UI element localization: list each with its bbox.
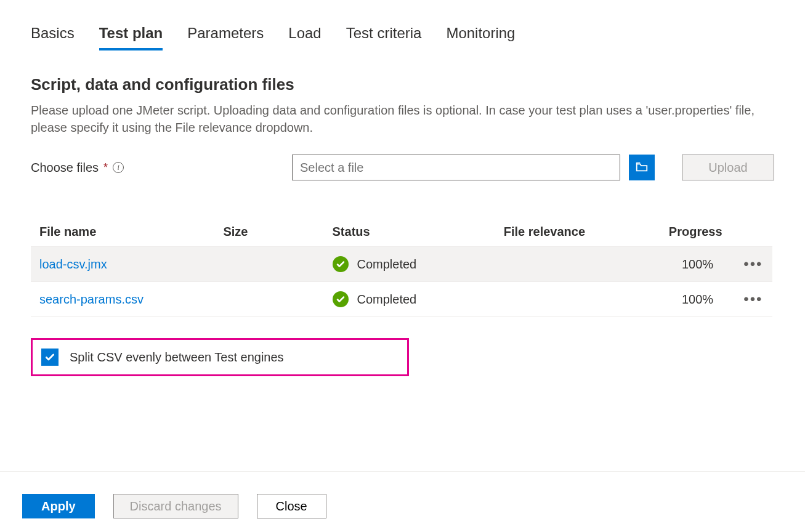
check-icon xyxy=(44,352,55,363)
tabs: Basics Test plan Parameters Load Test cr… xyxy=(31,25,774,50)
folder-icon xyxy=(635,160,649,175)
apply-button[interactable]: Apply xyxy=(22,494,95,518)
footer: Apply Discard changes Close xyxy=(0,471,805,518)
cell-relevance xyxy=(495,247,660,282)
cell-progress: 100% xyxy=(660,282,735,317)
check-icon xyxy=(333,256,349,272)
tab-load[interactable]: Load xyxy=(288,25,321,48)
file-link[interactable]: search-params.csv xyxy=(39,292,144,306)
cell-status: Completed xyxy=(357,292,417,307)
file-link[interactable]: load-csv.jmx xyxy=(39,257,107,271)
row-more-button[interactable]: ••• xyxy=(743,291,763,308)
cell-progress: 100% xyxy=(660,247,735,282)
required-indicator: * xyxy=(103,161,108,174)
table-row: load-csv.jmx Completed 100% ••• xyxy=(31,247,772,282)
info-icon[interactable]: i xyxy=(113,162,124,173)
cell-status: Completed xyxy=(357,257,417,272)
th-size[interactable]: Size xyxy=(214,217,323,247)
section-desc: Please upload one JMeter script. Uploadi… xyxy=(31,102,774,136)
check-icon xyxy=(333,291,349,307)
choose-files-label: Choose files xyxy=(31,161,99,175)
tab-parameters[interactable]: Parameters xyxy=(187,25,264,48)
section-title: Script, data and configuration files xyxy=(31,75,774,94)
th-progress[interactable]: Progress xyxy=(660,217,735,247)
discard-button[interactable]: Discard changes xyxy=(113,494,238,518)
tab-test-plan[interactable]: Test plan xyxy=(99,25,163,50)
th-status[interactable]: Status xyxy=(324,217,495,247)
tab-monitoring[interactable]: Monitoring xyxy=(446,25,515,48)
split-csv-checkbox[interactable] xyxy=(41,349,59,366)
files-table: File name Size Status File relevance Pro… xyxy=(31,217,772,317)
upload-button[interactable]: Upload xyxy=(682,155,774,180)
cell-relevance xyxy=(495,282,660,317)
split-csv-label: Split CSV evenly between Test engines xyxy=(70,350,284,365)
file-select-input[interactable] xyxy=(292,155,620,180)
more-icon: ••• xyxy=(743,291,763,307)
th-relevance[interactable]: File relevance xyxy=(495,217,660,247)
table-row: search-params.csv Completed 100% ••• xyxy=(31,282,772,317)
tab-test-criteria[interactable]: Test criteria xyxy=(346,25,422,48)
split-csv-row: Split CSV evenly between Test engines xyxy=(31,338,409,376)
browse-button[interactable] xyxy=(629,155,655,180)
close-button[interactable]: Close xyxy=(257,494,326,518)
row-more-button[interactable]: ••• xyxy=(743,256,763,273)
tab-basics[interactable]: Basics xyxy=(31,25,75,48)
more-icon: ••• xyxy=(743,256,763,272)
cell-size xyxy=(214,247,323,282)
th-file-name[interactable]: File name xyxy=(31,217,214,247)
file-chooser-row: Choose files * i Upload xyxy=(31,155,774,180)
cell-size xyxy=(214,282,323,317)
